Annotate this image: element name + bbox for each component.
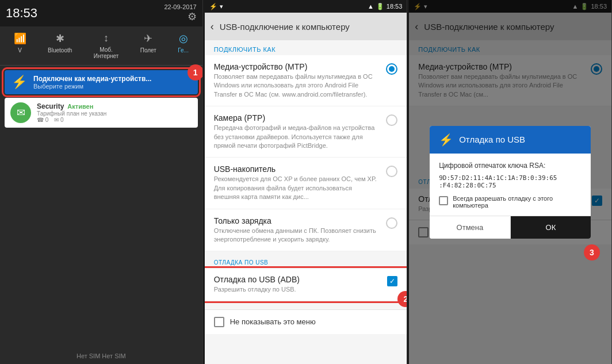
toggle-airplane[interactable]: ✈ Полет: [140, 32, 156, 59]
toggle-wifi[interactable]: 📶 V: [14, 32, 26, 59]
usb-storage-text: USB-накопитель Рекомендуется для ОС XP и…: [214, 164, 380, 201]
settings-header-panel2: ‹ USB-подключение к компьютеру: [205, 13, 407, 40]
panel-2-usb-settings: ⚡ ▾ ▲ 🔋 18:53 ‹ USB-подключение к компью…: [205, 0, 408, 364]
always-allow-checkbox[interactable]: [439, 196, 448, 205]
ptp-text: Камера (PTP) Передача фотографий и медиа…: [214, 113, 380, 150]
checkbox-adb[interactable]: ✓: [387, 276, 397, 286]
dialog-checkbox-row: Всегда разрешать отладку с этого компьют…: [439, 195, 582, 209]
radio-usb-storage[interactable]: [386, 166, 397, 177]
debug-adb-text: Отладка по USB (ADB) Разрешить отладку п…: [214, 275, 383, 294]
wifi-icon: 📶: [14, 32, 26, 45]
toggle-airplane-label: Полет: [140, 47, 156, 53]
battery-status: 🔋: [376, 3, 384, 10]
time-display: 18:53: [6, 6, 37, 21]
phone-count: ☎ 0: [37, 117, 48, 123]
dialog-header: ⚡ Отладка по USB: [430, 126, 591, 154]
debug-section-label: ОТЛАДКА ПО USB: [205, 256, 407, 269]
connection-options: Медиа-устройство (MTP) Позволяет вам пер…: [205, 55, 407, 251]
mtp-text: Медиа-устройство (MTP) Позволяет вам пер…: [214, 62, 380, 99]
usb-notif-text: Подключен как медиа-устройств... Выберит…: [33, 75, 151, 90]
dialog-fingerprint: 9D:57:D2:11:4A:1C:1A:7B:0:39:65 :F4:82:2…: [439, 174, 582, 189]
debug-adb-item[interactable]: Отладка по USB (ADB) Разрешить отладку п…: [205, 269, 407, 300]
option-charge-only[interactable]: Только зарядка Отключение обмена данными…: [205, 209, 407, 252]
usb-notification[interactable]: ⚡ Подключен как медиа-устройств... Выбер…: [5, 70, 198, 94]
usb-debug-dialog: ⚡ Отладка по USB Цифровой отпечаток ключ…: [430, 126, 591, 239]
top-bar-panel1: 18:53 22-09-2017 ⚙: [0, 0, 202, 26]
status-right-panel2: ▲ 🔋 18:53: [368, 3, 402, 10]
bluetooth-icon: ✱: [56, 32, 64, 45]
panel-3-usb-dialog: ⚡ ▾ ▲ 🔋 18:53 ‹ USB-подключение к компью…: [409, 0, 612, 364]
option-usb-storage[interactable]: USB-накопитель Рекомендуется для ОС XP и…: [205, 158, 407, 209]
status-bar-panel2: ⚡ ▾ ▲ 🔋 18:53: [205, 0, 407, 13]
no-menu-label: Не показывать это меню: [230, 317, 316, 326]
quick-toggles: 📶 V ✱ Bluetooth ↕ Моб.Интернет ✈ Полет ◎…: [0, 26, 202, 66]
wifi-status: ▲: [368, 3, 374, 10]
mobile-data-icon: ↕: [104, 32, 109, 44]
location-icon: ◎: [179, 32, 188, 45]
security-notification[interactable]: ✉ Security Активен Тарифный план не указ…: [5, 98, 198, 128]
back-button-panel2[interactable]: ‹: [211, 21, 214, 33]
security-actions: ☎ 0 ✉ 0: [37, 117, 192, 123]
badge-3: 3: [584, 244, 600, 260]
no-menu-item[interactable]: Не показывать это меню: [205, 309, 407, 334]
ok-button[interactable]: ОК: [511, 216, 591, 239]
dialog-body-text: Цифровой отпечаток ключа RSA:: [439, 160, 582, 171]
security-icon: ✉: [10, 102, 31, 123]
settings-icon[interactable]: ⚙: [164, 10, 196, 23]
dialog-title: Отладка по USB: [459, 135, 525, 144]
always-allow-label: Всегда разрешать отладку с этого компьют…: [453, 195, 582, 209]
toggle-bluetooth-label: Bluetooth: [48, 47, 72, 53]
toggle-mobile-label: Моб.Интернет: [94, 47, 119, 59]
panel-1-notification-shade: 18:53 22-09-2017 ⚙ 📶 V ✱ Bluetooth ↕ Моб…: [0, 0, 203, 364]
toggle-mobile-data[interactable]: ↕ Моб.Интернет: [94, 32, 119, 59]
option-ptp[interactable]: Камера (PTP) Передача фотографий и медиа…: [205, 106, 407, 158]
dialog-body: Цифровой отпечаток ключа RSA: 9D:57:D2:1…: [430, 154, 591, 216]
usb-status-icon: ⚡: [209, 3, 217, 10]
toggle-location-label: Ге...: [178, 47, 189, 53]
dialog-usb-icon: ⚡: [439, 133, 453, 147]
section-label-connect: ПОДКЛЮЧИТЬ КАК: [205, 40, 407, 55]
cancel-button[interactable]: Отмена: [430, 216, 510, 239]
airplane-icon: ✈: [144, 32, 152, 45]
settings-content-panel2: ПОДКЛЮЧИТЬ КАК Медиа-устройство (MTP) По…: [205, 40, 407, 364]
status-left-panel2: ⚡ ▾: [209, 3, 223, 10]
usb-icon: ⚡: [10, 75, 28, 90]
badge-2: 2: [397, 291, 407, 307]
msg-count: ✉ 0: [54, 117, 63, 123]
debug-section-panel2: ОТЛАДКА ПО USB Отладка по USB (ADB) Разр…: [205, 256, 407, 300]
notifications-list: ⚡ Подключен как медиа-устройств... Выбер…: [0, 66, 202, 132]
dialog-buttons: Отмена ОК: [430, 216, 591, 239]
charge-only-text: Только зарядка Отключение обмена данными…: [214, 216, 380, 244]
security-text: Security Активен Тарифный план не указан…: [37, 102, 192, 123]
radio-ptp[interactable]: [386, 114, 397, 126]
time-panel2: 18:53: [387, 3, 403, 10]
modal-overlay[interactable]: ⚡ Отладка по USB Цифровой отпечаток ключ…: [409, 0, 611, 364]
option-mtp[interactable]: Медиа-устройство (MTP) Позволяет вам пер…: [205, 55, 407, 106]
radio-charge[interactable]: [386, 217, 397, 229]
radio-mtp[interactable]: [386, 63, 397, 75]
checkbox-no-menu[interactable]: [214, 317, 224, 327]
toggle-location[interactable]: ◎ Ге...: [178, 32, 189, 59]
download-icon: ▾: [220, 3, 223, 10]
toggle-wifi-label: V: [18, 47, 22, 53]
toggle-bluetooth[interactable]: ✱ Bluetooth: [48, 32, 72, 59]
sim-status: Нет SIM Нет SIM: [0, 348, 202, 364]
settings-title-panel2: USB-подключение к компьютеру: [220, 22, 401, 32]
badge-1: 1: [188, 64, 203, 81]
